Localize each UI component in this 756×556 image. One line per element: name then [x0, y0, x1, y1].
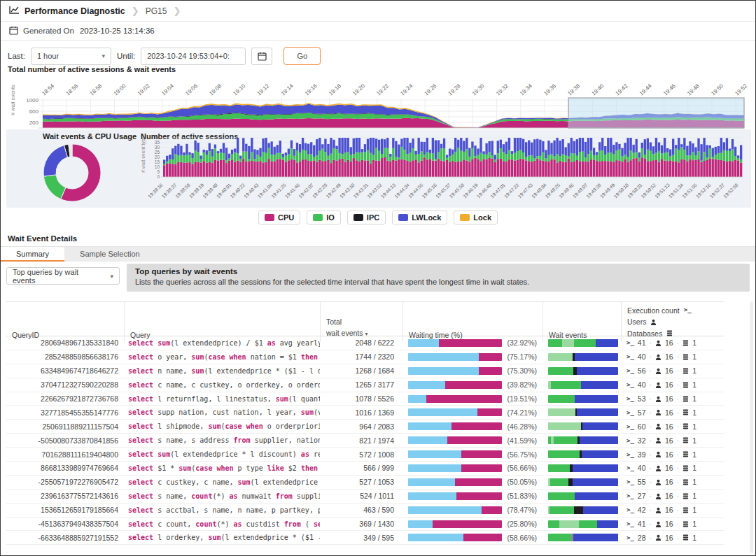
wait-events-bar	[548, 450, 618, 458]
report-description-title: Top queries by wait events	[135, 267, 741, 276]
table-row[interactable]: -4513637949438357504select c_count, coun…	[6, 518, 724, 532]
database-icon	[682, 465, 689, 471]
svg-text:19:44: 19:44	[638, 83, 653, 97]
database-icon	[682, 354, 689, 360]
calendar-picker-button[interactable]	[251, 48, 272, 65]
total-wait-events-cell: 1744 / 2320	[320, 352, 402, 361]
query-cell[interactable]: select sum(l_extendedprice) / $1 as avg_…	[124, 339, 320, 347]
table-row[interactable]: -2550571972276905472select c_custkey, c_…	[6, 476, 724, 490]
legend-item-ipc[interactable]: IPC	[347, 211, 386, 224]
legend-item-lwlock[interactable]: LWLock	[392, 211, 447, 224]
terminal-icon: >_	[626, 437, 634, 444]
table-row[interactable]: 1536512659179185664select s_acctbal, s_n…	[6, 504, 724, 518]
generated-on-bar: Generated On 2023-10-25 13:14:36	[1, 22, 755, 41]
database-icon	[682, 368, 689, 374]
query-cell[interactable]: select supp_nation, cust_nation, l_year,…	[124, 408, 320, 416]
execution-cell: >_41·16·1	[621, 520, 724, 528]
user-icon	[655, 396, 662, 402]
table-row[interactable]: -5050080733870841856select s_name, s_add…	[6, 434, 724, 448]
active-sessions-bar-chart[interactable]: 0510152025303540# wait event types19:38:…	[139, 136, 750, 204]
legend-item-lock[interactable]: Lock	[454, 211, 498, 224]
terminal-icon: >_	[626, 353, 634, 360]
breadcrumb-node[interactable]: PG15	[146, 6, 167, 16]
query-cell[interactable]: select l_shipmode, sum(case when o_order…	[124, 422, 320, 430]
line-chart-icon	[9, 5, 20, 17]
table-row[interactable]: 8668133989974769664select $1 * sum(case …	[6, 462, 724, 476]
execution-cell: >_53·16·1	[621, 394, 724, 403]
total-wait-events-cell: 369 / 1430	[320, 520, 402, 528]
query-cell[interactable]: select n_name, sum(l_extendedprice * ($1…	[124, 367, 320, 375]
query-cell[interactable]: select sum(l_extendedprice * l_discount)…	[124, 450, 320, 458]
report-type-select[interactable]: Top queries by wait events ▾	[6, 267, 120, 285]
waiting-time-cell: (41.59%)	[402, 436, 542, 445]
waiting-time-pct: (56.75%)	[506, 450, 537, 459]
query-cell[interactable]: select c_name, c_custkey, o_orderkey, o_…	[124, 381, 320, 389]
execution-cell: >_60·16·1	[621, 422, 724, 431]
table-row[interactable]: -6633648885927191552select l_orderkey, s…	[6, 531, 724, 545]
col-waiting-time[interactable]: Waiting time (%)	[402, 302, 542, 342]
waiting-time-bar	[408, 464, 502, 472]
query-cell[interactable]: select c_custkey, c_name, sum(l_extended…	[124, 478, 320, 486]
table-row[interactable]: 7016288111619404800select sum(l_extended…	[6, 448, 724, 462]
table-row[interactable]: 3277185455355147776select supp_nation, c…	[6, 406, 724, 420]
waiting-time-bar	[408, 492, 502, 500]
table-row[interactable]: 3704712327590220288select c_name, c_cust…	[6, 378, 724, 392]
query-cell[interactable]: select s_acctbal, s_name, n_name, p_part…	[124, 506, 320, 514]
col-wait-events[interactable]: Wait events	[542, 302, 621, 342]
database-icon	[682, 521, 689, 527]
user-icon	[655, 479, 662, 485]
performance-diagnostic-page: Performance Diagnostic ❯ PG15 ❯ Generate…	[0, 0, 756, 556]
svg-text:19:12: 19:12	[256, 83, 271, 97]
queryid-cell: 2506911889211157504	[6, 422, 124, 431]
user-icon	[655, 493, 662, 499]
query-cell[interactable]: select s_name, count(*) as numwait from …	[124, 492, 320, 500]
vertical-scrollbar[interactable]	[750, 301, 753, 553]
waiting-time-bar	[408, 534, 502, 541]
query-cell[interactable]: select o_year, sum(case when nation = $1…	[124, 353, 320, 361]
query-cell[interactable]: select l_orderkey, sum(l_extendedprice *…	[124, 534, 320, 541]
query-cell[interactable]: select s_name, s_address from supplier, …	[124, 436, 320, 444]
legend-item-io[interactable]: IO	[307, 211, 341, 224]
table-row[interactable]: 2806948967135331840select sum(l_extended…	[6, 336, 724, 350]
table-row[interactable]: 6334849674718646272select n_name, sum(l_…	[6, 364, 724, 378]
table-row[interactable]: 2266267921872736768select l_returnflag, …	[6, 392, 724, 406]
legend-item-cpu[interactable]: CPU	[258, 211, 300, 224]
col-query[interactable]: Query	[124, 302, 320, 342]
col-total-wait-events[interactable]: Total wait events ▾	[320, 302, 402, 342]
table-row[interactable]: 2506911889211157504select l_shipmode, su…	[6, 420, 724, 434]
table-row[interactable]: 285248859856638176select o_year, sum(cas…	[6, 350, 724, 364]
query-cell[interactable]: select c_count, count(*) as custdist fro…	[124, 520, 320, 528]
tab-sample-selection[interactable]: Sample Selection	[64, 247, 155, 262]
wait-events-cell	[542, 395, 621, 403]
query-cell[interactable]: select $1 * sum(case when p_type like $2…	[124, 464, 320, 472]
svg-text:18:58: 18:58	[89, 83, 104, 97]
queryid-cell: 6334849674718646272	[6, 366, 124, 375]
table-row[interactable]: 2396163775572143616select s_name, count(…	[6, 490, 724, 504]
execution-cell: >_55·16·1	[621, 478, 724, 486]
calendar-icon	[9, 26, 18, 36]
wait-events-cell	[542, 534, 621, 541]
waiting-time-pct: (19.51%)	[506, 394, 537, 403]
svg-text:15: 15	[155, 159, 160, 164]
until-datetime-input[interactable]: 2023-10-24 19:53:04+0:	[141, 48, 246, 65]
last-interval-select[interactable]: 1 hour ▾	[31, 48, 111, 65]
query-cell[interactable]: select l_returnflag, l_linestatus, sum(l…	[124, 395, 320, 403]
filter-bar: Last: 1 hour ▾ Until: 2023-10-24 19:53:0…	[8, 47, 321, 65]
total-wait-events-cell: 524 / 1011	[320, 492, 402, 500]
go-button[interactable]: Go	[284, 47, 321, 65]
waiting-time-pct: (50.05%)	[506, 478, 537, 486]
database-icon	[682, 507, 689, 513]
wait-events-cell	[542, 422, 621, 430]
col-queryid[interactable]: QueryID	[6, 302, 124, 342]
wait-events-cpu-donut-chart[interactable]	[22, 139, 127, 206]
generated-on-value: 2023-10-25 13:14:36	[80, 27, 155, 35]
col-execution-count[interactable]: Execution count>_ Users Databases	[621, 302, 724, 342]
svg-text:19:14: 19:14	[280, 83, 295, 97]
database-icon	[682, 423, 689, 429]
tab-summary[interactable]: Summary	[1, 247, 64, 262]
waiting-time-cell: (25.80%)	[402, 520, 542, 528]
wait-events-bar	[548, 408, 618, 416]
waiting-time-cell: (51.83%)	[402, 492, 542, 500]
total-sessions-area-chart[interactable]: 18:5418:5618:5819:0019:0219:0419:0619:08…	[8, 72, 750, 131]
terminal-icon: >_	[626, 534, 634, 541]
